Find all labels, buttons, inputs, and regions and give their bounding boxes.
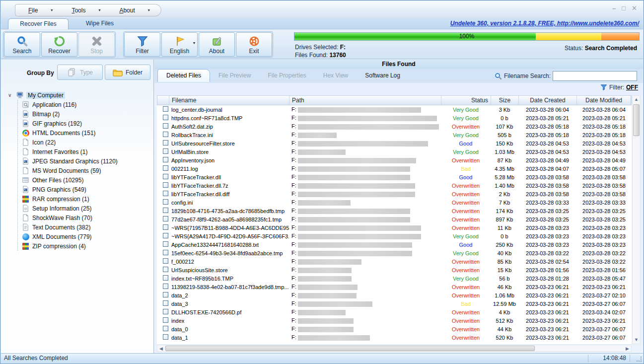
close-button[interactable]: ✕ [632,4,637,12]
table-row[interactable]: AppCache133244471681640288.txtF:Good250 … [157,240,632,249]
table-row[interactable]: data_1F:Overwritten520 Kb2023-03-23 06:2… [157,333,632,342]
row-checkbox[interactable] [163,224,168,230]
row-checkbox[interactable] [163,106,168,112]
row-checkbox[interactable] [163,250,168,255]
recover-button[interactable]: Recover [41,32,77,57]
tree-item-my-computer[interactable]: ∨My Computer [8,90,145,100]
row-checkbox[interactable] [163,165,168,171]
filename-search-input[interactable] [553,71,637,81]
tree-item-xml-documents[interactable]: XML Documents (779) [22,232,145,241]
row-checkbox[interactable] [163,309,168,314]
row-checkbox[interactable] [163,216,168,221]
minimize-button[interactable]: – [612,4,616,12]
group-by-type-button[interactable]: Type [57,65,103,80]
exit-button[interactable]: Exit [236,32,272,57]
vertical-scrollbar[interactable]: ▲ ▼ [632,95,641,344]
table-row[interactable]: f_000212F:Overwritten85 Kb2023-03-28 02:… [157,257,632,266]
table-row[interactable]: AppInventory.jsonF:Overwritten87 Kb2023-… [157,156,632,164]
row-checkbox[interactable] [163,233,168,238]
search-button[interactable]: Search [4,32,40,57]
row-checkbox[interactable] [163,275,168,281]
table-row[interactable]: UrlSubresourceFilter.storeF:Good150 Kb20… [157,139,632,147]
table-row[interactable]: RollbackTrace.iniF:Very Good505 b2023-03… [157,131,632,139]
table-row[interactable]: data_0F:Overwritten44 Kb2023-03-23 06:21… [157,325,632,333]
row-checkbox[interactable] [163,300,168,306]
table-row[interactable]: data_2F:Overwritten1.06 Mb2023-03-23 06:… [157,291,632,299]
row-checkbox[interactable] [163,148,168,154]
column-header-status[interactable]: Status [441,96,491,105]
tree-expand-icon[interactable]: ∨ [8,92,14,98]
tab-recover-files[interactable]: Recover Files [8,18,69,29]
scroll-right-arrow[interactable]: ▶ [624,345,631,352]
table-row[interactable]: DLLHOST.EXE-7420566D.pfF:Overwritten4 Kb… [157,308,632,316]
row-checkbox[interactable] [163,199,168,205]
table-row[interactable]: libYTFaceTracker.dllF:Good5.28 Mb2023-03… [157,173,632,181]
row-checkbox[interactable] [163,174,168,179]
row-checkbox[interactable] [163,208,168,213]
tree-item-zip-compression[interactable]: ZIP compression (4) [22,241,145,251]
tree-item-icon[interactable]: Icon (22) [22,138,145,147]
tree-item-other-files[interactable]: Other Files (10295) [22,175,145,185]
row-checkbox[interactable] [163,284,168,289]
row-checkbox[interactable] [163,258,168,264]
table-row[interactable]: libYTFaceTracker.dll.diffF:Overwritten2 … [157,190,632,198]
about-button[interactable]: About [199,32,235,57]
table-row[interactable]: AuthSoft2.dat.zipF:Overwritten107 Kb2023… [157,122,632,131]
filter-button[interactable]: Filter [124,32,160,57]
resize-grip[interactable] [635,355,642,362]
tree-item-ms-word-documents[interactable]: MS Word Documents (59) [22,166,145,175]
row-checkbox[interactable] [163,326,168,331]
table-row[interactable]: 77d2ae67-f8f9-4262-aa05-a86988235fc1.tmp… [157,215,632,223]
table-row[interactable]: 1829b108-4716-4735-a2aa-dc78685bedfb.tmp… [157,207,632,215]
tree-item-gif-graphics[interactable]: GIF graphics (192) [22,119,145,128]
row-checkbox[interactable] [163,241,168,247]
row-checkbox[interactable] [163,292,168,297]
tree-item-jpeg-standard-graphics[interactable]: JPEG Standard Graphics (1120) [22,156,145,166]
table-row[interactable]: 002211.logF:Bad4.35 Mb2023-03-28 04:0720… [157,164,632,173]
tree-item-internet-favorites[interactable]: Internet Favorites (1) [22,147,145,156]
row-checkbox[interactable] [163,115,168,120]
row-checkbox[interactable] [163,317,168,323]
scroll-left-arrow[interactable]: ◀ [157,345,165,352]
tree-item-bitmap[interactable]: Bitmap (2) [22,109,145,119]
column-header-date-created[interactable]: Date Created [519,96,577,105]
table-row[interactable]: indexF:Overwritten512 Kb2023-03-23 06:21… [157,316,632,325]
row-checkbox[interactable] [163,182,168,188]
tree-item-setup-information[interactable]: Setup Information (25) [22,204,145,213]
vertical-scroll-thumb[interactable] [633,104,640,136]
column-header-size[interactable]: Size [491,96,519,105]
scroll-down-arrow[interactable]: ▼ [633,336,640,344]
tab-deleted-files[interactable]: Deleted Files [157,69,210,82]
chevron-down-icon[interactable]: ▾ [193,41,195,45]
table-row[interactable]: UrlMalBin.storeF:Very Good1.03 Mb2023-03… [157,147,632,156]
tab-software-log[interactable]: Software Log [357,70,409,82]
maximize-button[interactable]: □ [622,4,626,12]
table-row[interactable]: index.txt~RF895b16.TMPF:Very Good56 b202… [157,274,632,283]
horizontal-scroll-thumb[interactable] [165,346,535,351]
table-row[interactable]: UrlSuspiciousSite.storeF:Overwritten15 K… [157,266,632,274]
table-row[interactable]: 11398219-5838-4e02-ba07-81c7f3ade9d8.tmp… [157,283,632,291]
table-row[interactable]: 15ef0eec-6254-49b3-9e34-8fd9aab2abce.tmp… [157,249,632,257]
horizontal-scrollbar[interactable]: ◀ ▶ [157,345,632,352]
table-row[interactable]: ~WRS{71957B11-B988-4DD4-A6E3-AC6DDE95...… [157,223,632,232]
row-checkbox[interactable] [163,140,168,146]
tab-wipe-files[interactable]: Wipe Files [70,18,130,29]
tree-item-application[interactable]: Application (116) [22,100,145,109]
table-row[interactable]: data_3F:Bad12.59 Mb2023-03-23 06:212023-… [157,299,632,308]
tree-item-png-graphics[interactable]: PNG Graphics (549) [22,185,145,194]
tree-item-text-documents[interactable]: Text Documents (382) [22,222,145,232]
menu-item-file[interactable]: File▾ [28,7,53,14]
table-row[interactable]: config.iniF:Overwritten7 Kb2023-03-28 03… [157,198,632,207]
row-checkbox[interactable] [163,191,168,196]
filter-toggle[interactable]: Filter: OFF [600,84,638,91]
table-row[interactable]: ~WRS{A29A417D-4F9D-42D9-A56F-3FC606F3...… [157,232,632,240]
column-header-checkbox[interactable] [157,96,169,105]
row-checkbox[interactable] [163,267,168,272]
english-button[interactable]: English▾ [161,32,198,57]
menu-item-tools[interactable]: Tools▾ [72,7,100,14]
table-row[interactable]: libYTFaceTracker.dll.7zF:Overwritten1.40… [157,181,632,190]
row-checkbox[interactable] [163,157,168,162]
row-checkbox[interactable] [163,132,168,137]
tree-item-html-documents[interactable]: HTML Documents (151) [22,128,145,138]
tree-item-rar-compression[interactable]: RAR compression (1) [22,194,145,204]
